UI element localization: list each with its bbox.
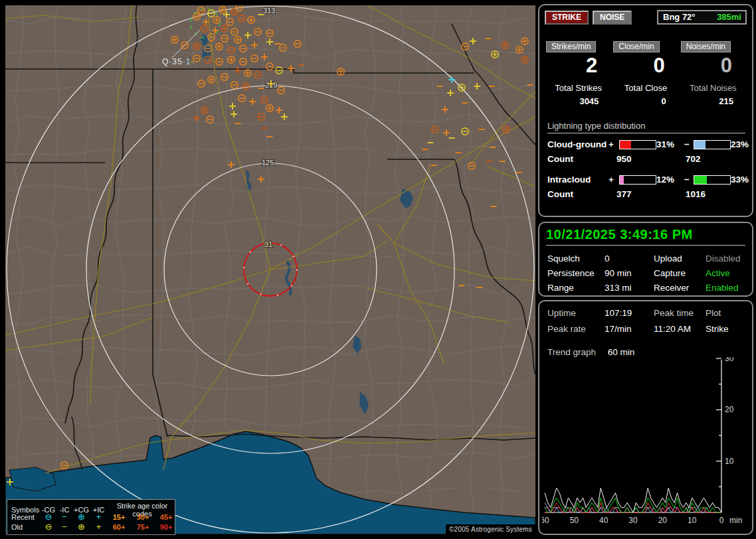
trend-y-tick: 30 xyxy=(725,357,734,363)
plus-sign: + xyxy=(609,139,619,149)
cg-plus-pct: 31% xyxy=(656,139,684,149)
legend-age-badge: 30+ xyxy=(131,513,155,521)
trend-x-tick: 40 xyxy=(599,516,609,525)
upload-label: Upload xyxy=(654,254,706,264)
trend-x-tick: 0 xyxy=(719,516,724,525)
noises-per-min-value: 0 xyxy=(680,54,747,78)
ic-plus-bar xyxy=(619,175,656,185)
ic-plus-pct: 12% xyxy=(656,175,684,185)
trend-series-green xyxy=(545,498,721,512)
receiver-status: Enabled xyxy=(706,283,745,293)
upload-status: Disabled xyxy=(706,254,745,264)
uptime-panel: Uptime 107:19 Peak time Plot Peak rate 1… xyxy=(538,300,753,535)
legend-row-label: Recent xyxy=(11,513,41,521)
trend-x-tick: 50 xyxy=(570,516,579,525)
strikes-per-min-value: 2 xyxy=(545,54,612,78)
squelch-value: 0 xyxy=(605,254,654,264)
status-grid: Squelch 0 Upload Disabled Persistence 90… xyxy=(547,254,745,293)
ic-minus-count: 1016 xyxy=(686,189,752,199)
persistence-label: Persistence xyxy=(547,268,605,278)
cg-plus-count: 950 xyxy=(616,154,686,164)
noises-per-min-chip: Noises/min xyxy=(681,41,731,52)
distribution-header: Lightning type distribution xyxy=(547,121,745,133)
trend-graph: 1020306050403020100min xyxy=(542,357,752,532)
minus-sign: − xyxy=(684,139,694,149)
distance-value: 385mi xyxy=(717,12,741,22)
plot-value: Strike xyxy=(706,324,745,334)
close-per-min-chip: Close/min xyxy=(613,41,659,52)
intracloud-row: Intracloud + 12% − 33% xyxy=(547,175,752,185)
cloud-ground-row: Cloud-ground + 31% − 23% xyxy=(547,139,752,149)
intracloud-label: Intracloud xyxy=(547,175,609,185)
squelch-label: Squelch xyxy=(547,254,605,264)
ic-minus-pct: 33% xyxy=(731,175,756,185)
legend-symbol-glyph: ⊖ xyxy=(41,512,56,521)
legend-age-badge: 15+ xyxy=(107,513,131,521)
datetime-display: 10/21/2025 3:49:16 PM xyxy=(546,227,745,246)
trend-y-tick: 20 xyxy=(725,405,734,414)
uptime-label: Uptime xyxy=(547,308,605,318)
bearing-value: Bng 72° xyxy=(663,12,696,22)
status-panel: 10/21/2025 3:49:16 PM Squelch 0 Upload D… xyxy=(538,222,753,297)
legend-symbol-glyph: ⊕ xyxy=(72,512,90,521)
legend-age-badge: 45+ xyxy=(155,513,177,521)
bearing-readout: Bng 72° 385mi xyxy=(657,10,747,25)
ic-minus-bar xyxy=(694,175,731,185)
trend-graph-label: Trend graph xyxy=(547,347,596,357)
cloud-ground-counts: Count 950 702 xyxy=(547,154,752,164)
peak-rate-label: Peak rate xyxy=(547,324,605,334)
legend-symbol-glyph: + xyxy=(90,522,107,531)
cg-minus-pct: 23% xyxy=(731,139,756,149)
total-strikes-value: 3045 xyxy=(545,96,612,106)
trend-x-tick: 60 xyxy=(542,516,549,525)
close-per-min-value: 0 xyxy=(612,54,679,78)
noise-toggle-button[interactable]: NOISE xyxy=(593,11,632,25)
toolbar: STRIKE NOISE Bng 72° 385mi xyxy=(545,10,747,25)
ic-plus-count: 377 xyxy=(616,189,686,199)
map-legend: Symbols-CG-IC+CG+ICStrike age color code… xyxy=(7,499,175,535)
uptime-value: 107:19 xyxy=(605,308,654,318)
ring-label-125: 125 xyxy=(262,159,274,167)
capture-status: Active xyxy=(706,268,745,278)
map-canvas: 313 219 125 31 Q-35-1- xyxy=(5,5,535,534)
lightning-map[interactable]: 313 219 125 31 Q-35-1- Symbols-CG-IC+CG+… xyxy=(5,5,535,534)
plot-label: Plot xyxy=(706,308,745,318)
intracloud-counts: Count 377 1016 xyxy=(547,189,752,199)
legend-symbol-glyph: ⊖ xyxy=(41,522,56,531)
close-counter: Close/min 0 Total Close 0 xyxy=(612,40,679,106)
peak-rate-value: 17/min xyxy=(605,324,654,334)
receiver-label: Receiver xyxy=(654,283,706,293)
cg-minus-count: 702 xyxy=(686,154,752,164)
trend-graph-window: 60 min xyxy=(608,347,635,357)
trend-x-unit: min xyxy=(729,516,742,525)
trend-x-tick: 30 xyxy=(628,516,638,525)
ring-label-313: 313 xyxy=(263,7,275,15)
range-label: Range xyxy=(547,283,605,293)
trend-series-total xyxy=(545,488,721,512)
total-strikes-label: Total Strikes xyxy=(545,83,612,93)
total-noises-label: Total Noises xyxy=(680,83,747,93)
capture-label: Capture xyxy=(654,268,706,278)
strikes-per-min-chip: Strikes/min xyxy=(546,41,596,52)
strike-toggle-button[interactable]: STRIKE xyxy=(545,11,589,25)
total-close-label: Total Close xyxy=(612,83,679,93)
legend-age-badge: 75+ xyxy=(131,523,155,531)
legend-age-badge: 60+ xyxy=(107,523,131,531)
nexstorm-window: { "toolbar":{"strike_label":"STRIKE","no… xyxy=(0,0,756,539)
legend-symbol-glyph: − xyxy=(56,512,72,521)
cg-plus-bar xyxy=(619,140,656,149)
legend-symbol-glyph: + xyxy=(90,512,107,521)
peak-time-label: Peak time xyxy=(654,308,706,318)
stats-panel: STRIKE NOISE Bng 72° 385mi Strikes/min 2… xyxy=(538,4,753,217)
total-noises-value: 215 xyxy=(680,96,747,106)
cloud-ground-label: Cloud-ground xyxy=(547,139,609,149)
trend-y-tick: 10 xyxy=(725,457,734,466)
trend-x-tick: 20 xyxy=(658,516,668,525)
count-label: Count xyxy=(547,189,616,199)
plus-sign: + xyxy=(609,175,619,185)
trend-x-tick: 10 xyxy=(688,516,697,525)
peak-time-value: 11:20 AM xyxy=(654,324,706,334)
cg-minus-bar xyxy=(694,140,731,149)
minus-sign: − xyxy=(684,175,694,185)
storm-cell-label: Q-35-1- xyxy=(162,57,194,66)
